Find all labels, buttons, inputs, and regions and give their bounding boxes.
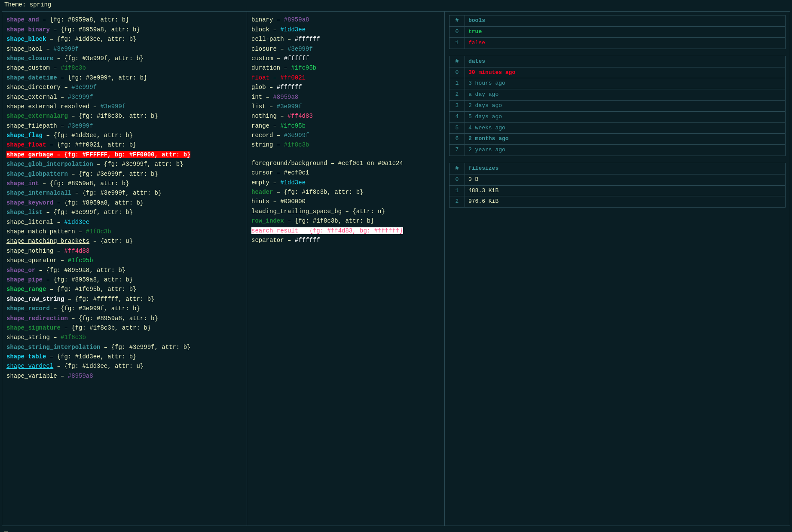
list-item: shape_pipe – {fg: #8959a8, attr: b} <box>6 275 242 284</box>
list-item: shape_raw_string – {fg: #ffffff, attr: b… <box>6 294 242 304</box>
list-item: shape_redirection – {fg: #8959a8, attr: … <box>6 314 242 323</box>
row-value: 4 weeks ago <box>465 123 509 134</box>
list-item: shape_vardecl – {fg: #1dd3ee, attr: u} <box>6 361 242 371</box>
list-item: shape_float – {fg: #ff0021, attr: b} <box>6 140 242 150</box>
col-header-filesizes: filesizes <box>465 163 502 174</box>
filesizes-table: # filesizes 0 0 B 1 488.3 KiB 2 976.6 Ki… <box>449 163 786 208</box>
list-item: string – #1f8c3b <box>251 140 440 150</box>
list-item: header – {fg: #1f8c3b, attr: b} <box>251 187 440 197</box>
list-item: shape_closure – {fg: #3e999f, attr: b} <box>6 54 242 63</box>
row-index: 0 <box>450 27 465 37</box>
table-header: # bools <box>450 15 785 27</box>
col-header-dates: dates <box>465 56 489 67</box>
row-value: a day ago <box>465 89 502 100</box>
list-item: leading_trailing_space_bg – {attr: n} <box>251 207 440 216</box>
row-value: 2 days ago <box>465 101 505 111</box>
list-item: shape_nothing – #ff4d83 <box>6 246 242 256</box>
bools-table: # bools 0 true 1 false <box>449 15 786 49</box>
list-item: shape_externalarg – {fg: #1f8c3b, attr: … <box>6 111 242 121</box>
list-item: shape_string_interpolation – {fg: #3e999… <box>6 342 242 352</box>
list-item: shape_custom – #1f8c3b <box>6 63 242 73</box>
row-index: 6 <box>450 134 465 144</box>
list-item: shape_block – {fg: #1dd3ee, attr: b} <box>6 34 242 44</box>
list-item: shape_directory – #3e999f <box>6 83 242 92</box>
theme-title: Theme: spring <box>0 0 55 10</box>
list-item: shape_int – {fg: #8959a8, attr: b} <box>6 179 242 188</box>
row-index: 0 <box>450 67 465 78</box>
list-item: int – #8959a8 <box>251 92 440 102</box>
list-item: cursor – #ecf0c1 <box>251 168 440 177</box>
row-value: 3 hours ago <box>465 78 509 89</box>
table-row: 7 2 years ago <box>450 145 785 156</box>
row-value: false <box>465 38 489 49</box>
list-item: shape_keyword – {fg: #8959a8, attr: b} <box>6 198 242 208</box>
column-3-tables: # bools 0 true 1 false # dates 0 30 minu… <box>445 12 790 526</box>
list-item: shape_range – {fg: #1fc95b, attr: b} <box>6 284 242 294</box>
list-item: list – #3e999f <box>251 102 440 111</box>
title-bar: Theme: spring <box>0 0 792 9</box>
list-item: shape_match_pattern – #1f8c3b <box>6 227 242 236</box>
list-item: empty – #1dd3ee <box>251 178 440 187</box>
row-value: 2 years ago <box>465 145 509 156</box>
table-row: 2 976.6 KiB <box>450 196 785 207</box>
list-item: shape_garbage – {fg: #FFFFFF, bg: #FF000… <box>6 150 242 159</box>
list-item: shape_bool – #3e999f <box>6 44 242 54</box>
table-header: # dates <box>450 56 785 67</box>
list-item: float – #ff0021 <box>251 73 440 83</box>
list-item: cell-path – #ffffff <box>251 34 440 44</box>
col-header-index: # <box>450 56 465 67</box>
list-item: record – #3e999f <box>251 131 440 140</box>
list-item: range – #1fc95b <box>251 121 440 131</box>
row-index: 3 <box>450 101 465 111</box>
col-header-bools: bools <box>465 15 489 26</box>
row-index: 5 <box>450 123 465 134</box>
table-row: 0 true <box>450 27 785 38</box>
list-item: shape_datetime – {fg: #3e999f, attr: b} <box>6 73 242 83</box>
dates-table: # dates 0 30 minutes ago 1 3 hours ago 2… <box>449 56 786 156</box>
list-item: row_index – {fg: #1f8c3b, attr: b} <box>251 216 440 226</box>
list-item: shape_or – {fg: #8959a8, attr: b} <box>6 266 242 275</box>
row-index: 1 <box>450 78 465 89</box>
list-item: shape_binary – {fg: #8959a8, attr: b} <box>6 25 242 34</box>
list-item: hints – #000000 <box>251 197 440 206</box>
list-item: shape_string – #1f8c3b <box>6 333 242 342</box>
list-item: shape_literal – #1dd3ee <box>6 217 242 227</box>
list-item: shape_table – {fg: #1dd3ee, attr: b} <box>6 352 242 361</box>
row-index: 2 <box>450 89 465 100</box>
column-1-shapes: shape_and – {fg: #8959a8, attr: b} shape… <box>2 12 247 526</box>
list-item: shape_signature – {fg: #1f8c3b, attr: b} <box>6 323 242 333</box>
row-value: 0 B <box>465 174 482 185</box>
table-header: # filesizes <box>450 163 785 174</box>
list-item: shape_variable – #8959a8 <box>6 371 242 381</box>
list-item: binary – #8959a8 <box>251 15 440 24</box>
column-2-types: binary – #8959a8 block – #1dd3ee cell-pa… <box>247 12 445 526</box>
table-row: 5 4 weeks ago <box>450 123 785 134</box>
list-item: search_result – {fg: #ff4d83, bg: #fffff… <box>251 226 440 235</box>
row-index: 4 <box>450 112 465 122</box>
list-item: block – #1dd3ee <box>251 25 440 34</box>
list-item: shape_operator – #1fc95b <box>6 256 242 265</box>
row-index: 2 <box>450 196 465 207</box>
list-item: shape_matching_brackets – {attr: u} <box>6 236 242 246</box>
table-row: 1 false <box>450 38 785 49</box>
list-item: custom – #ffffff <box>251 54 440 63</box>
terminal-input-line <box>0 528 792 532</box>
table-row: 3 2 days ago <box>450 101 785 112</box>
table-row: 1 488.3 KiB <box>450 186 785 197</box>
table-row: 2 a day ago <box>450 89 785 101</box>
list-item: closure – #3e999f <box>251 44 440 54</box>
list-item: shape_record – {fg: #3e999f, attr: b} <box>6 304 242 313</box>
table-row: 1 3 hours ago <box>450 78 785 89</box>
row-value: 976.6 KiB <box>465 196 502 207</box>
list-item: shape_external_resolved – #3e999f <box>6 102 242 111</box>
main-container: shape_and – {fg: #8959a8, attr: b} shape… <box>2 11 790 526</box>
row-value: true <box>465 27 485 37</box>
row-value: 488.3 KiB <box>465 186 502 196</box>
list-item: shape_glob_interpolation – {fg: #3e999f,… <box>6 159 242 169</box>
list-item: nothing – #ff4d83 <box>251 111 440 121</box>
list-item: shape_filepath – #3e999f <box>6 121 242 131</box>
row-index: 1 <box>450 186 465 196</box>
list-item: foreground/background – #ecf0c1 on #0a1e… <box>251 159 440 168</box>
row-index: 1 <box>450 38 465 49</box>
list-item: shape_flag – {fg: #1dd3ee, attr: b} <box>6 131 242 140</box>
